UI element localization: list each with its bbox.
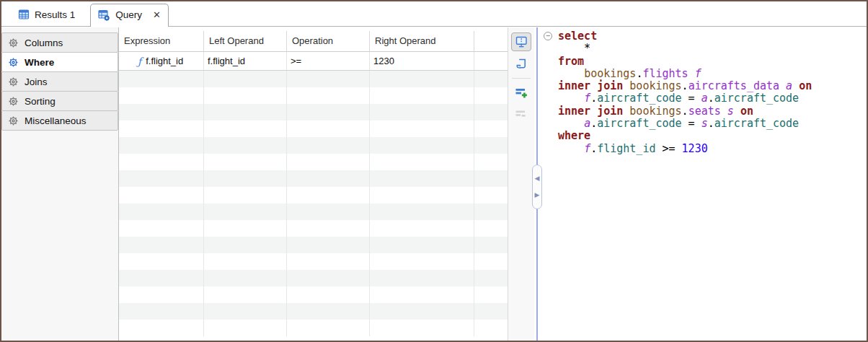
sidebar-item-joins[interactable]: Joins <box>1 71 118 92</box>
tab-results-1[interactable]: Results 1 <box>9 4 84 26</box>
empty-grid-row <box>119 286 508 303</box>
sql-line: inner join bookings.aircrafts_data a on <box>558 80 864 92</box>
open-sql-editor-button[interactable] <box>511 54 531 73</box>
cell-expression[interactable]: ƒ f.flight_id <box>119 52 204 70</box>
column-header-left-operand[interactable]: Left Operand <box>204 31 287 51</box>
empty-grid-row <box>119 71 508 87</box>
sidebar-item-label: Joins <box>25 76 48 87</box>
sql-code: select *from bookings.flights finner joi… <box>558 30 864 155</box>
toolbar-separator <box>512 78 531 79</box>
gear-icon <box>8 76 19 87</box>
close-icon[interactable]: ✕ <box>153 10 161 19</box>
column-header-operation[interactable]: Operation <box>287 31 370 51</box>
monitor-dotted-icon <box>515 36 528 48</box>
query-sections-sidebar: Columns Where <box>1 27 119 341</box>
remove-expression-button[interactable] <box>511 105 531 123</box>
where-grid-row: ƒ f.flight_id f.flight_id >= 1230 <box>119 52 508 71</box>
sidebar-item-sorting[interactable]: Sorting <box>1 91 118 111</box>
collapse-block-icon[interactable]: − <box>544 32 552 40</box>
code-folding-gutter: − <box>544 30 558 155</box>
empty-grid-row <box>119 170 508 187</box>
empty-grid-row <box>119 320 508 336</box>
sidebar-item-label: Miscellaneous <box>25 115 87 126</box>
column-header-expression[interactable]: Expression <box>119 31 204 51</box>
gear-icon <box>8 38 19 48</box>
list-remove-icon <box>515 108 528 120</box>
query-builder-icon <box>98 9 110 21</box>
sql-line: f.aircraft_code = a.aircraft_code <box>558 92 864 105</box>
grid-toolbar <box>508 27 534 341</box>
column-header-right-operand[interactable]: Right Operand <box>370 31 474 51</box>
cell-left-operand[interactable]: f.flight_id <box>204 52 287 70</box>
empty-grid-row <box>119 253 508 270</box>
sql-line: from <box>558 56 864 68</box>
empty-grid-row <box>119 120 508 137</box>
sql-line: bookings.flights f <box>558 68 864 80</box>
collapse-right-icon[interactable]: ▶ <box>535 192 540 198</box>
editor-tab-bar: Results 1 Query ✕ <box>1 1 867 27</box>
grid-empty-rows[interactable] <box>119 71 508 336</box>
gear-icon <box>8 96 19 107</box>
cell-filler <box>474 52 508 70</box>
splitter-collapse-handle[interactable]: ◀ ▶ <box>532 165 542 209</box>
empty-grid-row <box>119 270 508 286</box>
sidebar-item-columns[interactable]: Columns <box>1 32 118 53</box>
tab-label: Query <box>115 9 142 20</box>
sidebar-item-miscellaneous[interactable]: Miscellaneous <box>1 110 118 131</box>
empty-grid-row <box>119 220 508 237</box>
empty-grid-row <box>119 237 508 253</box>
sql-line: a.aircraft_code = s.aircraft_code <box>558 118 864 130</box>
add-expression-button[interactable] <box>511 83 531 102</box>
cell-expression-text: f.flight_id <box>146 53 183 70</box>
cell-operation[interactable]: >= <box>287 52 370 70</box>
gear-icon <box>8 115 19 126</box>
tab-label: Results 1 <box>35 9 75 20</box>
gear-icon <box>8 57 19 68</box>
sql-line: select <box>558 30 864 43</box>
toggle-sql-preview-button[interactable] <box>511 32 531 51</box>
grid-header: Expression Left Operand Operation Right … <box>119 31 508 52</box>
empty-grid-row <box>119 87 508 104</box>
sidebar-item-label: Sorting <box>25 96 56 107</box>
empty-grid-row <box>119 303 508 320</box>
list-add-icon <box>515 87 528 99</box>
sql-line: inner join bookings.seats s on <box>558 105 864 118</box>
sql-preview-panel[interactable]: − select *from bookings.flights finner j… <box>539 27 867 341</box>
results-grid-icon <box>18 9 30 20</box>
grid-header-filler <box>474 31 508 51</box>
empty-grid-row <box>119 137 508 154</box>
empty-grid-row <box>119 104 508 120</box>
function-icon: ƒ <box>138 53 141 70</box>
sql-line: * <box>558 43 864 55</box>
sql-line: f.flight_id >= 1230 <box>558 143 864 155</box>
empty-grid-row <box>119 154 508 170</box>
tab-query[interactable]: Query ✕ <box>90 4 169 27</box>
sidebar-item-label: Columns <box>25 38 63 48</box>
cell-right-operand[interactable]: 1230 <box>370 52 474 70</box>
collapse-left-icon[interactable]: ◀ <box>535 175 540 182</box>
empty-grid-row <box>119 203 508 220</box>
sidebar-item-where[interactable]: Where <box>1 52 118 72</box>
panel-splitter[interactable]: ◀ ▶ <box>534 27 539 341</box>
sidebar-item-label: Where <box>25 57 54 68</box>
scroll-icon <box>515 58 528 70</box>
query-builder-window: Results 1 Query ✕ <box>0 0 868 342</box>
empty-grid-row <box>119 187 508 203</box>
sql-line: where <box>558 130 864 142</box>
where-conditions-grid[interactable]: Expression Left Operand Operation Right … <box>119 27 508 341</box>
query-builder-body: Columns Where <box>1 27 867 341</box>
